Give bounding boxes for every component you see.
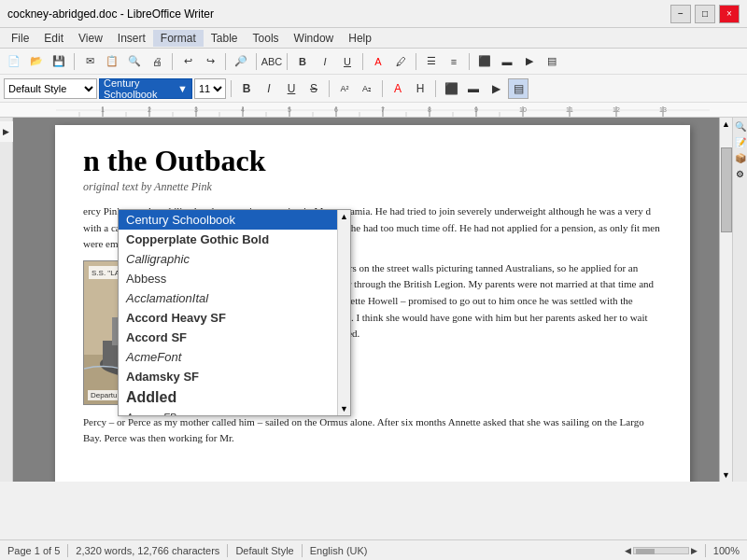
document-area[interactable]: n the Outback original text by Annette P… [13, 118, 732, 482]
toolbar-2: Default Style Century Schoolbook ▼ 11 B … [0, 75, 747, 103]
font-list[interactable]: Century Schoolbook Copperplate Gothic Bo… [119, 210, 350, 415]
sep4 [256, 53, 257, 70]
italic-fmt-button[interactable]: I [259, 78, 279, 99]
font-item-acme[interactable]: AcmeFont [119, 347, 350, 367]
font-item-acclamation[interactable]: AcclamationItal [119, 288, 350, 308]
right-tool-1[interactable]: 🔍 [735, 121, 746, 132]
align-right-button[interactable]: ▶ [519, 51, 540, 72]
email-button[interactable]: ✉ [79, 51, 100, 72]
scrollbar-down[interactable]: ▼ [720, 469, 732, 482]
spell-button[interactable]: ABC [261, 51, 282, 72]
sep-fmt4 [435, 80, 436, 97]
menu-tools[interactable]: Tools [246, 30, 287, 47]
print-preview-button[interactable]: 🔍 [124, 51, 145, 72]
bold-fmt-button[interactable]: B [236, 78, 257, 99]
subscript-button[interactable]: A₂ [357, 78, 377, 99]
color-button[interactable]: A [368, 51, 388, 72]
scrollbar-track[interactable] [720, 131, 732, 469]
sep1 [74, 53, 75, 70]
redo-button[interactable]: ↪ [200, 51, 220, 72]
font-item-adamsky[interactable]: Adamsky SF [119, 367, 350, 386]
font-item-abbess[interactable]: Abbess [119, 269, 350, 288]
hscroll-thumb[interactable] [636, 549, 655, 554]
style-select[interactable]: Default Style [4, 78, 97, 99]
dropdown-scrollbar[interactable]: ▲ ▼ [337, 210, 350, 415]
right-tool-4[interactable]: ⚙ [736, 169, 744, 179]
menu-insert[interactable]: Insert [110, 30, 153, 47]
close-button[interactable]: × [719, 5, 740, 23]
doc-para2: Percy – or Perce as my mother called him… [83, 414, 662, 447]
svg-text:2: 2 [148, 106, 151, 113]
scrollbar-thumb[interactable] [721, 147, 732, 232]
hscroll-left[interactable]: ◀ [625, 546, 631, 555]
menu-format[interactable]: Format [153, 30, 204, 47]
new-button[interactable]: 📄 [4, 51, 24, 72]
align-left-fmt[interactable]: ⬛ [441, 78, 461, 99]
align-center-button[interactable]: ▬ [497, 51, 517, 72]
highlight-button[interactable]: 🖊 [390, 51, 411, 72]
strikethrough-fmt-button[interactable]: S [303, 78, 324, 99]
save-button[interactable]: 💾 [49, 51, 69, 72]
right-tool-3[interactable]: 📦 [735, 153, 746, 163]
menu-file[interactable]: File [4, 30, 36, 47]
svg-text:6: 6 [334, 106, 338, 113]
print-button[interactable]: 🖨 [147, 51, 167, 72]
superscript-button[interactable]: A² [334, 78, 355, 99]
scroll-down-button[interactable]: ▼ [338, 402, 350, 415]
menu-view[interactable]: View [71, 30, 110, 47]
sep-fmt2 [329, 80, 330, 97]
hscroll-track[interactable] [633, 547, 689, 554]
font-item-accord-heavy[interactable]: Accord Heavy SF [119, 308, 350, 328]
open-button[interactable]: 📂 [26, 51, 47, 72]
underline-fmt-button[interactable]: U [281, 78, 302, 99]
sidebar-tool-1[interactable]: ▶ [0, 121, 13, 142]
highlight-fmt-button[interactable]: H [410, 78, 430, 99]
sep8 [469, 53, 470, 70]
sep7 [416, 53, 416, 70]
title-bar: cockney-abridged.doc - LibreOffice Write… [0, 0, 747, 28]
menu-table[interactable]: Table [204, 30, 246, 47]
svg-text:10: 10 [519, 106, 527, 113]
hscroll-right[interactable]: ▶ [691, 546, 698, 555]
font-dropdown-arrow: ▼ [177, 83, 188, 94]
sep6 [362, 53, 363, 70]
font-item-agency[interactable]: Agency FB [119, 409, 350, 415]
scroll-up-button[interactable]: ▲ [338, 210, 350, 223]
status-zoom: 100% [713, 545, 740, 556]
pdf-button[interactable]: 📋 [102, 51, 122, 72]
font-item-century[interactable]: Century Schoolbook [119, 210, 350, 230]
right-tool-2[interactable]: 📝 [735, 137, 746, 147]
status-page: Page 1 of 5 [7, 545, 60, 556]
menu-help[interactable]: Help [341, 30, 379, 47]
list2-button[interactable]: ≡ [444, 51, 464, 72]
sep-fmt3 [382, 80, 383, 97]
undo-button[interactable]: ↩ [177, 51, 198, 72]
font-item-accord[interactable]: Accord SF [119, 328, 350, 347]
font-size-select[interactable]: 11 [194, 78, 226, 99]
font-item-addled[interactable]: Addled [119, 386, 350, 409]
align-right-fmt[interactable]: ▶ [486, 78, 506, 99]
align-left-button[interactable]: ⬛ [474, 51, 495, 72]
menu-window[interactable]: Window [287, 30, 342, 47]
svg-text:8: 8 [428, 106, 431, 113]
menu-edit[interactable]: Edit [36, 30, 71, 47]
vertical-scrollbar[interactable]: ▲ ▼ [719, 118, 732, 482]
find-button[interactable]: 🔎 [231, 51, 251, 72]
fontcolor-button[interactable]: A [388, 78, 408, 99]
menu-bar: File Edit View Insert Format Table Tools… [0, 28, 747, 49]
maximize-button[interactable]: □ [695, 5, 715, 23]
status-sep1 [67, 544, 68, 557]
justify-fmt[interactable]: ▤ [508, 78, 529, 99]
font-item-calligraphic[interactable]: Calligraphic [119, 249, 350, 269]
align-center-fmt[interactable]: ▬ [463, 78, 484, 99]
bold-button[interactable]: B [292, 51, 313, 72]
underline-button[interactable]: U [337, 51, 358, 72]
list-button[interactable]: ☰ [421, 51, 442, 72]
italic-button[interactable]: I [315, 51, 335, 72]
horizontal-scrollbar[interactable]: ◀ ▶ [625, 546, 698, 555]
scrollbar-up[interactable]: ▲ [720, 118, 732, 131]
justify-button[interactable]: ▤ [542, 51, 562, 72]
font-name-button[interactable]: Century Schoolbook ▼ [99, 78, 192, 99]
minimize-button[interactable]: − [670, 5, 691, 23]
font-item-copperplate[interactable]: Copperplate Gothic Bold [119, 230, 350, 249]
